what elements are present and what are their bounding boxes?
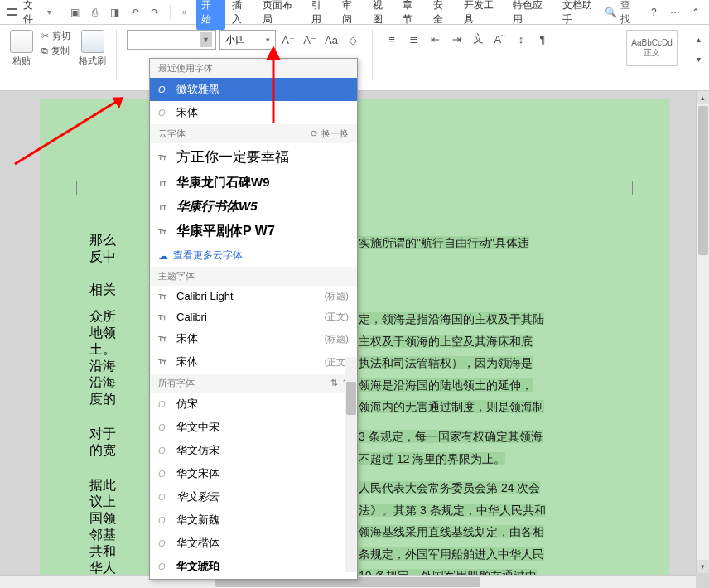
paragraph-group: ≡ ≣ ⇤ ⇥ 文 Aˇ ↕ ¶ xyxy=(383,30,552,51)
text-direction-button[interactable]: 文 xyxy=(469,30,487,48)
more-icon[interactable]: ⋯ xyxy=(668,6,681,19)
indent-dec-button[interactable]: ⇤ xyxy=(426,30,444,48)
scrollbar-thumb[interactable] xyxy=(346,382,356,415)
format-painter-button[interactable]: 格式刷 xyxy=(79,30,106,67)
font-item[interactable]: Tᴛ宋体(正文) xyxy=(150,350,357,374)
font-item[interactable]: Tᴛ华康行书体W5 xyxy=(150,195,357,219)
align-button[interactable]: Aˇ xyxy=(490,30,509,48)
section-all: 所有字体 ⇅ ⌃ xyxy=(150,374,357,393)
scroll-thumb[interactable] xyxy=(698,106,708,255)
tab-10[interactable]: 文档助手 xyxy=(557,0,605,30)
indent-inc-button[interactable]: ⇥ xyxy=(447,30,465,48)
tab-0[interactable]: 开始 xyxy=(196,0,225,30)
font-item[interactable]: Tᴛ宋体(标题) xyxy=(150,327,357,350)
number-list-button[interactable]: ≣ xyxy=(404,30,422,48)
swap-label[interactable]: 换一换 xyxy=(321,128,349,140)
save-icon[interactable]: ▣ xyxy=(69,6,82,19)
font-item[interactable]: O华文仿宋 xyxy=(150,439,357,462)
text-fragment: 沿海 xyxy=(89,374,116,392)
sort-icon[interactable]: ⇅ xyxy=(330,378,338,388)
undo-icon[interactable]: ↶ xyxy=(128,6,142,19)
font-item[interactable]: O华文宋体 xyxy=(150,462,357,485)
tab-6[interactable]: 章节 xyxy=(398,0,427,30)
search-icon: 🔍 xyxy=(605,7,617,18)
font-item[interactable]: O微软雅黑 xyxy=(150,78,357,101)
cloud-icon: ☁ xyxy=(158,250,168,262)
font-label: 华文彩云 xyxy=(176,489,349,504)
tab-4[interactable]: 审阅 xyxy=(337,0,366,30)
help-icon[interactable]: ? xyxy=(648,6,660,19)
style-up-button[interactable]: ▴ xyxy=(689,30,707,48)
font-item[interactable]: TᴛCalibri Light(标题) xyxy=(150,286,357,306)
font-item[interactable]: Tᴛ华康龙门石碑W9 xyxy=(150,171,357,195)
opentype-icon: O xyxy=(158,561,170,571)
font-size-combo[interactable]: 小四 ▾ xyxy=(219,30,276,50)
print-icon[interactable]: ⎙ xyxy=(89,6,102,19)
tab-5[interactable]: 视图 xyxy=(368,0,397,30)
scroll-up-button[interactable]: ▴ xyxy=(697,91,709,104)
text-fragment: 度的 xyxy=(89,391,116,408)
shrink-font-button[interactable]: A⁻ xyxy=(301,31,319,49)
preview-icon[interactable]: ◨ xyxy=(109,6,122,19)
tab-2[interactable]: 页面布局 xyxy=(258,0,305,30)
show-marks-button[interactable]: ¶ xyxy=(533,30,552,48)
copy-button[interactable]: ⧉ 复制 xyxy=(41,45,70,57)
font-item[interactable]: Tᴛ方正你一定要幸福 xyxy=(150,143,357,171)
font-item[interactable]: O华文楷体 xyxy=(150,532,357,555)
more-cloud-fonts-link[interactable]: ☁ 查看更多云字体 xyxy=(150,244,357,267)
redo-icon[interactable]: ↷ xyxy=(148,6,162,19)
text-fragment: 共和 xyxy=(89,543,116,561)
copy-label: 复制 xyxy=(51,45,70,57)
font-label: 华文琥珀 xyxy=(176,559,349,574)
font-item[interactable]: O宋体 xyxy=(150,101,357,124)
tab-8[interactable]: 开发工具 xyxy=(459,0,506,30)
truetype-icon: Tᴛ xyxy=(158,153,170,161)
file-menu[interactable]: 文件 ▾ xyxy=(23,0,51,27)
tab-7[interactable]: 安全 xyxy=(428,0,457,30)
cut-button[interactable]: ✂ 剪切 xyxy=(41,30,70,42)
separator xyxy=(60,5,60,20)
text-fragment: 的宽 xyxy=(89,442,116,460)
font-item[interactable]: O华文琥珀 xyxy=(150,555,357,578)
paste-button[interactable]: 粘贴 xyxy=(10,30,33,67)
section-label: 最近使用字体 xyxy=(158,62,213,75)
font-item[interactable]: O仿宋 xyxy=(150,393,357,416)
margin-corner-tr xyxy=(618,181,633,195)
clipboard-icon xyxy=(10,30,33,53)
font-item[interactable]: O华文细黑 xyxy=(150,578,357,580)
font-item[interactable]: O华文中宋 xyxy=(150,416,357,439)
clear-format-button[interactable]: ◇ xyxy=(344,31,362,49)
opentype-icon: O xyxy=(158,515,170,525)
tab-3[interactable]: 引用 xyxy=(306,0,335,30)
change-case-button[interactable]: Aa xyxy=(322,31,340,49)
truetype-icon: Tᴛ xyxy=(158,313,170,321)
chevron-icon[interactable]: » xyxy=(182,7,187,17)
style-sample: AaBbCcDd xyxy=(631,38,672,47)
tab-9[interactable]: 特色应用 xyxy=(508,0,555,30)
refresh-icon[interactable]: ⟳ xyxy=(311,128,318,139)
font-item[interactable]: O华文新魏 xyxy=(150,508,357,532)
vertical-scrollbar[interactable]: ▴ ▾ xyxy=(696,91,709,573)
grow-font-button[interactable]: A⁺ xyxy=(279,31,297,49)
font-label: Calibri Light xyxy=(176,290,318,302)
font-item[interactable]: O华文彩云 xyxy=(150,485,357,508)
search-btn[interactable]: 🔍 查找 xyxy=(605,0,639,27)
font-label: 仿宋 xyxy=(176,397,349,412)
font-item[interactable]: TᴛCalibri(正文) xyxy=(150,306,357,327)
scroll-track[interactable] xyxy=(697,104,709,560)
caret-icon[interactable]: ⌃ xyxy=(690,6,702,19)
scroll-down-button[interactable]: ▾ xyxy=(697,560,709,573)
font-name-combo[interactable]: ▼ xyxy=(127,30,216,50)
hamburger-icon[interactable] xyxy=(7,8,17,16)
tab-1[interactable]: 插入 xyxy=(227,0,256,30)
font-size-value: 小四 xyxy=(225,33,245,47)
font-item[interactable]: Tᴛ华康平剧体P W7 xyxy=(150,219,357,244)
sort-button[interactable]: ↕ xyxy=(512,30,530,48)
paste-label: 粘贴 xyxy=(12,55,31,67)
bullet-list-button[interactable]: ≡ xyxy=(383,30,401,48)
style-down-button[interactable]: ▾ xyxy=(689,50,707,68)
dropdown-scrollbar[interactable] xyxy=(345,357,357,572)
style-normal[interactable]: AaBbCcDd 正文 xyxy=(626,30,678,66)
truetype-icon: Tᴛ xyxy=(158,179,170,187)
opentype-icon: O xyxy=(158,399,170,409)
